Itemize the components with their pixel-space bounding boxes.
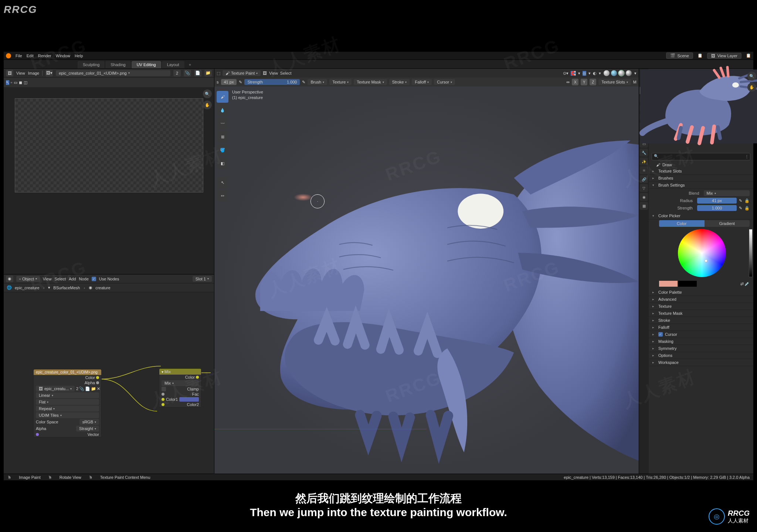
color-gradient-segment[interactable]: Color Gradient [659, 220, 750, 227]
ptab-texture[interactable]: ▦ [640, 202, 648, 210]
texture-menu[interactable]: Texture [329, 79, 352, 85]
lock-icon[interactable]: 🔒 [744, 198, 750, 203]
viewport-canvas[interactable] [214, 86, 639, 474]
wireframe-shading[interactable] [603, 70, 610, 76]
draw-tool[interactable]: 🖌 [217, 91, 228, 103]
annotate-tool[interactable]: ✏ [217, 190, 228, 202]
uv-island-icon[interactable]: ◫ [24, 80, 27, 85]
node-canvas[interactable]: epic_creature_color_01_<UDIM>.png Color … [4, 292, 214, 480]
slot-dropdown[interactable]: Slot 1 [193, 276, 212, 282]
blender-logo-icon[interactable] [6, 53, 11, 58]
uv-face-icon[interactable]: ◼ [19, 80, 22, 85]
swap-colors-icon[interactable]: ⇄ [740, 282, 744, 286]
node-menu-view[interactable]: View [43, 277, 52, 281]
color-handle[interactable] [705, 259, 707, 262]
select-tool[interactable]: ↖ [217, 177, 228, 188]
radius-field[interactable]: 41 px [221, 79, 237, 85]
section-texture-slots[interactable]: ▸Texture Slots [649, 168, 753, 175]
zoom-icon[interactable]: 🔍 [203, 89, 212, 98]
pan-icon[interactable]: ✋ [747, 83, 756, 92]
ptab-data[interactable]: ▽ [640, 184, 648, 192]
vp-menu-select[interactable]: Select [280, 71, 292, 75]
section-color-palette[interactable]: ▸Color Palette [649, 289, 753, 296]
strength-field[interactable]: Strength 1.000 [244, 79, 300, 85]
image-browse-icon[interactable]: 🖼▾ [45, 70, 53, 76]
ptab-material[interactable]: ◉ [640, 193, 648, 201]
shading-options[interactable]: ▾ [634, 71, 637, 76]
node-menu-add[interactable]: Add [69, 277, 76, 281]
snap-toggle[interactable]: 🧲 [571, 71, 576, 76]
pressure-icon[interactable]: ✎ [739, 206, 742, 211]
node-menu-node[interactable]: Node [79, 277, 89, 281]
vp-menu-view[interactable]: View [269, 71, 278, 75]
smear-tool[interactable]: 〰 [217, 117, 228, 129]
rendered-shading[interactable] [625, 70, 632, 76]
section-falloff[interactable]: ▸Falloff [649, 324, 753, 331]
mix-rgb-node[interactable]: ▾ Mix Color Mix Clamp Fac Color1 Color2 [159, 368, 201, 407]
snap-options-icon[interactable]: ▾ [578, 71, 580, 76]
menu-help[interactable]: Help [75, 54, 83, 58]
scene-selector[interactable]: 🎬 Scene [666, 52, 693, 59]
texture-slots-menu[interactable]: Texture Slots [598, 79, 631, 85]
open-image-button[interactable]: 📁 [204, 70, 212, 76]
brush-menu[interactable]: Brush [308, 79, 327, 85]
uv-vert-icon[interactable]: ▫ [11, 80, 12, 85]
tab-uv-editing[interactable]: UV Editing [132, 61, 161, 68]
viewlayer-selector[interactable]: 🖼 View Layer [707, 53, 741, 59]
editor-type-icon[interactable]: 🖼 [6, 70, 13, 76]
section-brush-settings[interactable]: ▾Brush Settings [649, 182, 753, 189]
menu-file[interactable]: File [16, 54, 22, 58]
ptab-constraints[interactable]: 🔗 [640, 175, 648, 183]
ptab-modifiers[interactable]: 🔧 [640, 149, 648, 157]
section-workspace[interactable]: ▸Workspace [649, 359, 753, 366]
add-workspace-button[interactable]: + [185, 61, 195, 68]
pivot-icon[interactable]: ⊙▾ [563, 71, 568, 76]
prop-options-icon[interactable]: ▾ [588, 71, 591, 76]
secondary-color-swatch[interactable] [678, 281, 697, 287]
object-mode-dropdown[interactable]: ▫ Object [16, 276, 40, 282]
menu-edit[interactable]: Edit [27, 54, 34, 58]
section-texture-mask[interactable]: ▸Texture Mask [649, 310, 753, 317]
solid-shading[interactable] [611, 70, 617, 76]
ptab-particles[interactable]: ✨ [640, 157, 648, 166]
overlay-toggle[interactable]: ◐ [593, 71, 597, 76]
clone-tool[interactable]: ⊞ [217, 131, 228, 143]
eyedropper-icon[interactable]: 💉 [744, 282, 750, 286]
fill-tool[interactable]: 🪣 [217, 144, 228, 156]
seg-color[interactable]: Color [659, 220, 705, 227]
mini-reference-view[interactable]: 🔍 ✋ [640, 69, 757, 143]
mirror-z[interactable]: Z [590, 79, 596, 85]
strength-field[interactable]: 1.000 [697, 205, 737, 211]
cursor-checkbox[interactable]: ✓ [658, 332, 663, 337]
pressure-icon[interactable]: ✎ [739, 198, 742, 203]
primary-color-swatch[interactable] [659, 281, 678, 287]
bc-object[interactable]: epic_creature [15, 286, 40, 290]
ptab-physics[interactable]: ⚛ [640, 166, 648, 174]
tab-shading[interactable]: Shading [105, 61, 130, 68]
menu-window[interactable]: Window [56, 54, 70, 58]
mirror-x[interactable]: X [572, 79, 578, 85]
zoom-icon[interactable]: 🔍 [747, 72, 756, 81]
radius-field[interactable]: 41 px [697, 198, 737, 204]
soften-tool[interactable]: 💧 [217, 104, 228, 116]
pan-icon[interactable]: ✋ [203, 100, 212, 109]
blend-dropdown[interactable]: Mix [704, 190, 750, 196]
falloff-menu[interactable]: Falloff [412, 79, 432, 85]
options-icon[interactable]: ⋮ [745, 154, 749, 159]
section-texture[interactable]: ▸Texture [649, 303, 753, 310]
overlay-options[interactable]: ▾ [599, 71, 601, 76]
mode-dropdown[interactable]: 🖌 Texture Paint [223, 70, 261, 76]
img-menu-image[interactable]: Image [28, 71, 40, 75]
section-color-picker[interactable]: ▾Color Picker [649, 212, 753, 219]
matprev-shading[interactable] [618, 70, 625, 76]
image-texture-node[interactable]: epic_creature_color_01_<UDIM>.png Color … [33, 369, 102, 437]
bc-mesh[interactable]: BSurfaceMesh [53, 286, 80, 290]
img-menu-view[interactable]: View [16, 71, 25, 75]
stroke-menu[interactable]: Stroke [389, 79, 410, 85]
section-masking[interactable]: ▸Masking [649, 338, 753, 345]
image-users[interactable]: 2 [173, 70, 181, 76]
strength-pressure-icon[interactable]: ✎ [302, 80, 305, 85]
uv-edge-icon[interactable]: ▭ [14, 80, 17, 85]
section-stroke[interactable]: ▸Stroke [649, 317, 753, 324]
section-advanced[interactable]: ▸Advanced [649, 296, 753, 303]
